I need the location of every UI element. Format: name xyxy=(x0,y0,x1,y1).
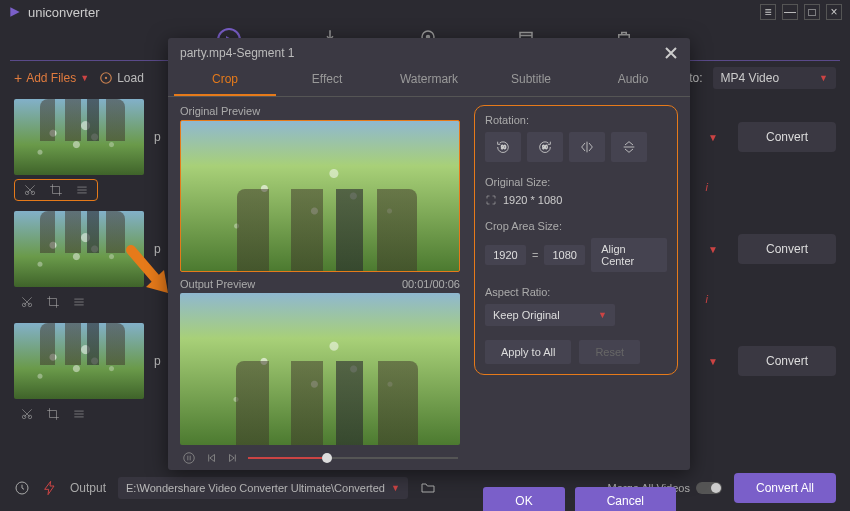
rotation-label: Rotation: xyxy=(485,114,667,126)
apply-to-all-button[interactable]: Apply to All xyxy=(485,340,571,364)
crop-icon[interactable] xyxy=(46,295,60,309)
gpu-icon[interactable] xyxy=(42,480,58,496)
info-icon[interactable]: i xyxy=(706,181,708,193)
add-files-button[interactable]: + Add Files ▼ xyxy=(14,70,89,86)
effect-icon[interactable] xyxy=(72,407,86,421)
clip-thumbnail[interactable] xyxy=(14,99,144,175)
rotate-ccw-button[interactable]: 90 xyxy=(485,132,521,162)
tab-watermark[interactable]: Watermark xyxy=(378,64,480,96)
format-caret-icon[interactable]: ▼ xyxy=(708,356,718,367)
crop-icon[interactable] xyxy=(49,183,63,197)
aspect-ratio-label: Aspect Ratio: xyxy=(485,286,667,298)
modal-close-icon[interactable] xyxy=(664,46,678,60)
cancel-button[interactable]: Cancel xyxy=(575,487,676,511)
effect-icon[interactable] xyxy=(72,295,86,309)
load-dvd-button[interactable]: Load xyxy=(99,71,144,85)
format-caret-icon[interactable]: ▼ xyxy=(708,244,718,255)
tab-effect[interactable]: Effect xyxy=(276,64,378,96)
aspect-ratio-value: Keep Original xyxy=(493,309,560,321)
svg-point-5 xyxy=(105,77,107,79)
align-center-button[interactable]: Align Center xyxy=(591,238,667,272)
add-files-label: Add Files xyxy=(26,71,76,85)
next-frame-icon[interactable] xyxy=(226,451,240,465)
flip-vertical-button[interactable] xyxy=(611,132,647,162)
expand-icon xyxy=(485,194,497,206)
close-button[interactable]: × xyxy=(826,4,842,20)
app-logo-icon xyxy=(8,5,22,19)
crop-size-label: Crop Area Size: xyxy=(485,220,667,232)
edit-modal: party.mp4-Segment 1 Crop Effect Watermar… xyxy=(168,38,690,470)
cut-icon[interactable] xyxy=(20,295,34,309)
titlebar: uniconverter ≡ — □ × xyxy=(0,0,850,24)
timecode: 00:01/00:06 xyxy=(402,278,460,290)
output-preview xyxy=(180,293,460,445)
crop-settings-frame: Rotation: 90 90 Original Size: 1920 * 10… xyxy=(474,105,678,375)
convert-button[interactable]: Convert xyxy=(738,346,836,376)
original-size-label: Original Size: xyxy=(485,176,667,188)
convert-to-label: to: xyxy=(689,71,702,85)
output-format-select[interactable]: MP4 Video ▼ xyxy=(713,67,836,89)
clock-icon[interactable] xyxy=(14,480,30,496)
crop-height-input[interactable]: 1080 xyxy=(544,245,585,265)
ok-button[interactable]: OK xyxy=(483,487,564,511)
reset-button[interactable]: Reset xyxy=(579,340,640,364)
modal-filename: party.mp4-Segment 1 xyxy=(180,46,295,60)
tab-crop[interactable]: Crop xyxy=(174,64,276,96)
aspect-ratio-select[interactable]: Keep Original ▼ xyxy=(485,304,615,326)
maximize-button[interactable]: □ xyxy=(804,4,820,20)
seek-slider[interactable] xyxy=(248,457,458,459)
svg-text:90: 90 xyxy=(501,145,507,150)
cut-icon[interactable] xyxy=(20,407,34,421)
cut-icon[interactable] xyxy=(23,183,37,197)
multiply-symbol: = xyxy=(532,249,538,261)
crop-width-input[interactable]: 1920 xyxy=(485,245,526,265)
tab-subtitle[interactable]: Subtitle xyxy=(480,64,582,96)
load-label: Load xyxy=(117,71,144,85)
menu-button[interactable]: ≡ xyxy=(760,4,776,20)
convert-button[interactable]: Convert xyxy=(738,234,836,264)
minimize-button[interactable]: — xyxy=(782,4,798,20)
app-title: uniconverter xyxy=(28,5,100,20)
info-icon[interactable]: i xyxy=(706,293,708,305)
output-label: Output xyxy=(70,481,106,495)
clip-thumbnail[interactable] xyxy=(14,323,144,399)
play-pause-icon[interactable] xyxy=(182,451,196,465)
convert-button[interactable]: Convert xyxy=(738,122,836,152)
output-format-value: MP4 Video xyxy=(721,71,779,85)
clip-thumbnail[interactable] xyxy=(14,211,144,287)
svg-point-13 xyxy=(184,453,195,464)
effect-icon[interactable] xyxy=(75,183,89,197)
original-preview[interactable] xyxy=(180,120,460,272)
flip-horizontal-button[interactable] xyxy=(569,132,605,162)
tab-audio[interactable]: Audio xyxy=(582,64,684,96)
modal-tabs: Crop Effect Watermark Subtitle Audio xyxy=(168,64,690,97)
format-caret-icon[interactable]: ▼ xyxy=(708,132,718,143)
output-preview-label: Output Preview xyxy=(180,278,255,290)
crop-icon[interactable] xyxy=(46,407,60,421)
merge-toggle[interactable] xyxy=(696,482,722,494)
original-size-value: 1920 * 1080 xyxy=(503,194,562,206)
svg-text:90: 90 xyxy=(542,145,548,150)
prev-frame-icon[interactable] xyxy=(204,451,218,465)
rotate-cw-button[interactable]: 90 xyxy=(527,132,563,162)
convert-all-button[interactable]: Convert All xyxy=(734,473,836,503)
disc-icon xyxy=(99,71,113,85)
original-preview-label: Original Preview xyxy=(180,105,460,117)
